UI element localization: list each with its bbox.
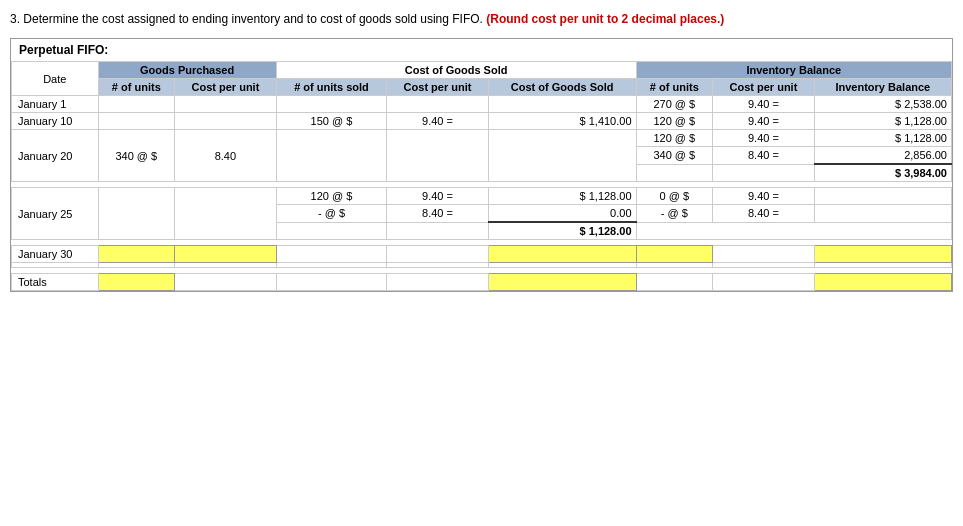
ib-balance-input[interactable] <box>814 246 951 263</box>
gp-units-cell: 340 @ $ <box>98 130 175 182</box>
cgs-units-cell <box>276 222 387 240</box>
cgs-units-sold-header: # of units sold <box>276 79 387 96</box>
ib-units-cell: 120 @ $ <box>636 130 713 147</box>
totals-cgs-cost <box>387 274 489 291</box>
ib-units-cell: - @ $ <box>636 205 713 223</box>
cgs-units-cell <box>276 130 387 182</box>
section-label: Perpetual FIFO: <box>11 39 952 61</box>
totals-ib-cost <box>713 274 815 291</box>
totals-gp-units[interactable] <box>98 274 175 291</box>
cgs-units-cell: - @ $ <box>276 205 387 223</box>
cgs-cost-cell <box>387 246 489 263</box>
gp-units-cell <box>98 188 175 240</box>
cgs-cost-cell <box>387 222 489 240</box>
ib-balance-cell: $ 2,538.00 <box>814 96 951 113</box>
ib-cost-cell: 9.40 = <box>713 188 815 205</box>
ib-cost-cell: 9.40 = <box>713 130 815 147</box>
totals-cgs-units <box>276 274 387 291</box>
cgs-total-cell <box>488 130 636 182</box>
cgs-cost-cell: 9.40 = <box>387 188 489 205</box>
problem-statement: 3. Determine the cost assigned to ending… <box>10 10 953 28</box>
goods-purchased-header: Goods Purchased <box>98 62 276 79</box>
ib-balance-total-cell: $ 3,984.00 <box>814 164 951 182</box>
date-cell: January 10 <box>12 113 99 130</box>
ib-units-cell <box>636 164 713 182</box>
cgs-cost-cell: 9.40 = <box>387 113 489 130</box>
gp-units-cell <box>98 113 175 130</box>
table-row: January 10 150 @ $ 9.40 = $ 1,410.00 120… <box>12 113 952 130</box>
totals-cgs-total[interactable] <box>488 274 636 291</box>
ib-balance-cell <box>814 205 951 223</box>
cost-goods-sold-header: Cost of Goods Sold <box>276 62 636 79</box>
date-cell: January 25 <box>12 188 99 240</box>
cgs-total-cell: $ 1,410.00 <box>488 113 636 130</box>
problem-highlight: (Round cost per unit to 2 decimal places… <box>486 12 724 26</box>
table-row: January 20 340 @ $ 8.40 120 @ $ 9.40 = $… <box>12 130 952 147</box>
date-cell: January 30 <box>12 246 99 263</box>
cgs-cost-cell: 8.40 = <box>387 205 489 223</box>
ib-cost-cell <box>713 164 815 182</box>
gp-cost-cell <box>175 113 277 130</box>
totals-gp-cost <box>175 274 277 291</box>
ib-cost-cell <box>713 246 815 263</box>
gp-units-cell <box>98 96 175 113</box>
cgs-cost-cell <box>387 130 489 182</box>
cgs-cost-goods-sold-header: Cost of Goods Sold <box>488 79 636 96</box>
cgs-cost-cell <box>387 96 489 113</box>
cgs-total-input[interactable] <box>488 246 636 263</box>
table-row: January 25 120 @ $ 9.40 = $ 1,128.00 0 @… <box>12 188 952 205</box>
cgs-units-cell: 120 @ $ <box>276 188 387 205</box>
cgs-total-cell: 0.00 <box>488 205 636 223</box>
ib-cost-cell: 9.40 = <box>713 113 815 130</box>
table-row: January 1 270 @ $ 9.40 = $ 2,538.00 <box>12 96 952 113</box>
date-cell: January 20 <box>12 130 99 182</box>
ib-units-cell: 270 @ $ <box>636 96 713 113</box>
ib-cost-per-unit-header: Cost per unit <box>713 79 815 96</box>
cgs-units-cell <box>276 246 387 263</box>
cgs-total-cell <box>488 96 636 113</box>
ib-inventory-balance-header: Inventory Balance <box>814 79 951 96</box>
ib-units-cell: 0 @ $ <box>636 188 713 205</box>
totals-ib-balance[interactable] <box>814 274 951 291</box>
ib-units-input[interactable] <box>636 246 713 263</box>
totals-label: Totals <box>12 274 99 291</box>
gp-cost-cell <box>175 96 277 113</box>
gp-cost-per-unit-header: Cost per unit <box>175 79 277 96</box>
inventory-balance-header: Inventory Balance <box>636 62 951 79</box>
totals-ib-units <box>636 274 713 291</box>
gp-units-input[interactable] <box>98 246 175 263</box>
ib-units-cell: 340 @ $ <box>636 147 713 165</box>
cgs-cost-per-unit-header: Cost per unit <box>387 79 489 96</box>
problem-number: 3. <box>10 12 20 26</box>
date-header: Date <box>12 62 99 96</box>
ib-units-cell: 120 @ $ <box>636 113 713 130</box>
ib-cost-cell: 9.40 = <box>713 96 815 113</box>
ib-empty <box>636 222 951 240</box>
ib-balance-cell: 2,856.00 <box>814 147 951 165</box>
gp-cost-cell <box>175 188 277 240</box>
fifo-table: Date Goods Purchased Cost of Goods Sold … <box>11 61 952 291</box>
cgs-units-cell <box>276 96 387 113</box>
cgs-total-sum-cell: $ 1,128.00 <box>488 222 636 240</box>
ib-cost-cell: 8.40 = <box>713 205 815 223</box>
gp-units-header: # of units <box>98 79 175 96</box>
fifo-table-container: Perpetual FIFO: Date Goods Purchased Cos… <box>10 38 953 292</box>
ib-balance-cell: $ 1,128.00 <box>814 130 951 147</box>
totals-row: Totals <box>12 274 952 291</box>
gp-cost-cell: 8.40 <box>175 130 277 182</box>
ib-balance-cell: $ 1,128.00 <box>814 113 951 130</box>
cgs-total-cell: $ 1,128.00 <box>488 188 636 205</box>
ib-cost-cell: 8.40 = <box>713 147 815 165</box>
gp-cost-input[interactable] <box>175 246 277 263</box>
cgs-units-cell: 150 @ $ <box>276 113 387 130</box>
table-row: January 30 <box>12 246 952 263</box>
date-cell: January 1 <box>12 96 99 113</box>
ib-balance-cell <box>814 188 951 205</box>
problem-text-main: Determine the cost assigned to ending in… <box>23 12 483 26</box>
ib-units-header: # of units <box>636 79 713 96</box>
